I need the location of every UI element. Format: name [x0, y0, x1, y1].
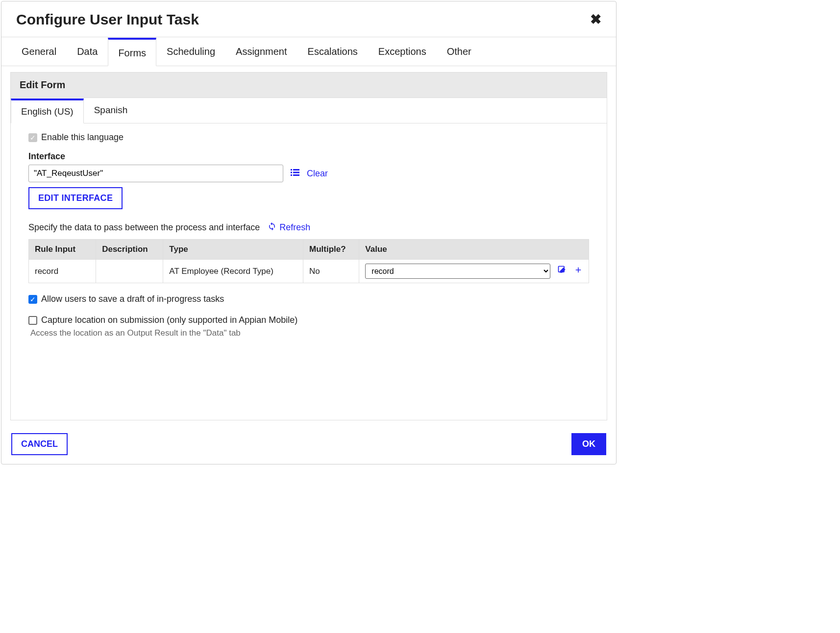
cell-multiple: No	[303, 260, 359, 283]
interface-label: Interface	[28, 151, 589, 162]
col-type: Type	[163, 240, 303, 260]
refresh-icon	[268, 222, 276, 233]
cancel-button[interactable]: CANCEL	[11, 433, 68, 455]
svg-rect-5	[293, 174, 299, 176]
interface-row: Clear	[28, 165, 589, 182]
enable-language-label: Enable this language	[41, 132, 124, 143]
data-pass-instruction: Specify the data to pass between the pro…	[28, 222, 260, 233]
edit-interface-button[interactable]: EDIT INTERFACE	[28, 187, 123, 209]
rule-inputs-table: Rule Input Description Type Multiple? Va…	[28, 239, 589, 283]
tab-assignment[interactable]: Assignment	[225, 38, 297, 66]
enable-language-row: ✓ Enable this language	[28, 132, 589, 143]
clear-link[interactable]: Clear	[307, 169, 328, 179]
interface-input[interactable]	[28, 165, 283, 182]
dialog-footer: CANCEL OK	[1, 426, 616, 464]
refresh-label: Refresh	[279, 222, 310, 233]
col-rule-input: Rule Input	[29, 240, 96, 260]
allow-draft-label: Allow users to save a draft of in-progre…	[41, 294, 224, 304]
tab-data[interactable]: Data	[67, 38, 108, 66]
capture-location-label: Capture location on submission (only sup…	[41, 315, 297, 325]
plus-icon[interactable]	[574, 266, 583, 277]
tab-forms[interactable]: Forms	[108, 38, 156, 66]
data-pass-instruction-row: Specify the data to pass between the pro…	[28, 222, 589, 233]
cell-type: AT Employee (Record Type)	[163, 260, 303, 283]
refresh-link[interactable]: Refresh	[268, 222, 310, 233]
configure-task-dialog: Configure User Input Task ✖ General Data…	[1, 1, 617, 464]
dialog-title: Configure User Input Task	[16, 11, 199, 28]
list-icon[interactable]	[290, 168, 300, 180]
capture-location-row[interactable]: Capture location on submission (only sup…	[28, 315, 589, 325]
dialog-header: Configure User Input Task ✖	[1, 1, 616, 33]
cell-rule-input: record	[29, 260, 96, 283]
svg-rect-3	[293, 171, 299, 173]
allow-draft-checkbox[interactable]: ✓	[28, 295, 37, 304]
edit-icon[interactable]	[557, 265, 567, 277]
main-tabs: General Data Forms Scheduling Assignment…	[1, 37, 616, 66]
svg-rect-2	[291, 171, 292, 173]
table-header-row: Rule Input Description Type Multiple? Va…	[29, 240, 589, 260]
cell-value: record	[359, 260, 589, 283]
col-description: Description	[96, 240, 163, 260]
col-value: Value	[359, 240, 589, 260]
ok-button[interactable]: OK	[571, 433, 606, 455]
value-select[interactable]: record	[365, 264, 550, 279]
edit-form-panel: Edit Form English (US) Spanish ✓ Enable …	[10, 72, 607, 420]
capture-location-checkbox[interactable]	[28, 316, 37, 325]
tab-exceptions[interactable]: Exceptions	[368, 38, 437, 66]
col-multiple: Multiple?	[303, 240, 359, 260]
enable-language-checkbox: ✓	[28, 133, 37, 142]
cell-description	[96, 260, 163, 283]
form-body: ✓ Enable this language Interface Clear E…	[11, 123, 607, 348]
close-icon[interactable]: ✖	[590, 13, 601, 26]
tab-other[interactable]: Other	[437, 38, 482, 66]
tab-scheduling[interactable]: Scheduling	[156, 38, 225, 66]
svg-rect-0	[291, 169, 292, 170]
allow-draft-row[interactable]: ✓ Allow users to save a draft of in-prog…	[28, 294, 589, 304]
capture-location-helper: Access the location as an Output Result …	[30, 328, 589, 338]
tab-escalations[interactable]: Escalations	[297, 38, 368, 66]
svg-rect-1	[293, 169, 299, 170]
svg-rect-4	[291, 174, 292, 176]
table-row: record AT Employee (Record Type) No reco…	[29, 260, 589, 283]
panel-title: Edit Form	[11, 73, 607, 98]
language-tabs: English (US) Spanish	[11, 98, 607, 123]
lang-tab-spanish[interactable]: Spanish	[84, 98, 138, 123]
tab-general[interactable]: General	[11, 38, 67, 66]
lang-tab-english[interactable]: English (US)	[11, 98, 84, 123]
